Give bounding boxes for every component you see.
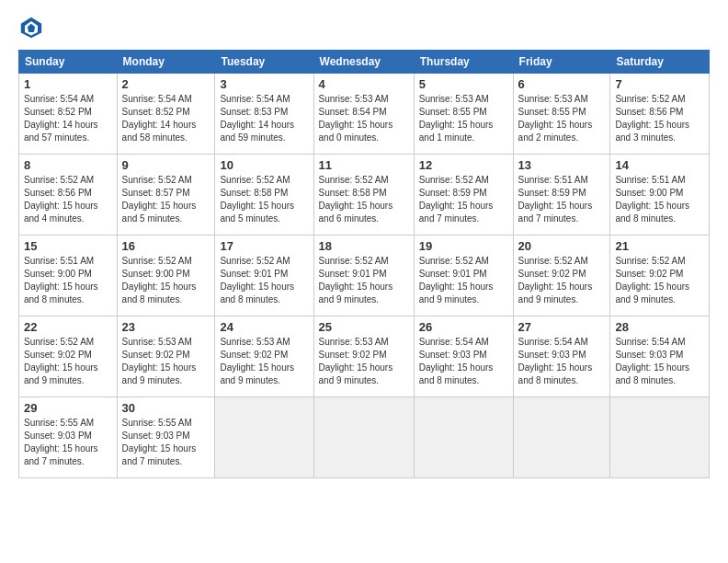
calendar-week-5: 29Sunrise: 5:55 AMSunset: 9:03 PMDayligh… — [19, 397, 710, 478]
day-info: Sunrise: 5:52 AMSunset: 8:56 PMDaylight:… — [615, 94, 689, 143]
day-info: Sunrise: 5:53 AMSunset: 8:54 PMDaylight:… — [319, 94, 393, 143]
calendar-cell: 8Sunrise: 5:52 AMSunset: 8:56 PMDaylight… — [19, 155, 118, 236]
day-info: Sunrise: 5:52 AMSunset: 9:02 PMDaylight:… — [24, 337, 98, 385]
calendar-week-4: 22Sunrise: 5:52 AMSunset: 9:02 PMDayligh… — [19, 316, 710, 397]
day-info: Sunrise: 5:52 AMSunset: 9:01 PMDaylight:… — [319, 256, 393, 304]
day-number: 18 — [319, 239, 409, 253]
calendar-week-2: 8Sunrise: 5:52 AMSunset: 8:56 PMDaylight… — [19, 155, 710, 236]
calendar-cell: 3Sunrise: 5:54 AMSunset: 8:53 PMDaylight… — [215, 74, 313, 155]
calendar-cell: 6Sunrise: 5:53 AMSunset: 8:55 PMDaylight… — [513, 74, 610, 155]
calendar-cell: 24Sunrise: 5:53 AMSunset: 9:02 PMDayligh… — [215, 316, 313, 397]
day-number: 29 — [24, 401, 112, 415]
col-header-monday: Monday — [117, 51, 215, 74]
day-info: Sunrise: 5:55 AMSunset: 9:03 PMDaylight:… — [122, 418, 197, 466]
day-number: 6 — [518, 77, 606, 91]
calendar-cell: 30Sunrise: 5:55 AMSunset: 9:03 PMDayligh… — [117, 397, 215, 478]
day-number: 2 — [122, 77, 210, 91]
day-info: Sunrise: 5:53 AMSunset: 9:02 PMDaylight:… — [319, 337, 393, 385]
calendar-header-row: SundayMondayTuesdayWednesdayThursdayFrid… — [19, 51, 710, 74]
day-number: 30 — [122, 401, 210, 415]
calendar-cell: 16Sunrise: 5:52 AMSunset: 9:00 PMDayligh… — [117, 236, 215, 316]
day-info: Sunrise: 5:52 AMSunset: 8:58 PMDaylight:… — [220, 175, 294, 224]
calendar-cell: 15Sunrise: 5:51 AMSunset: 9:00 PMDayligh… — [19, 236, 118, 316]
day-info: Sunrise: 5:51 AMSunset: 9:00 PMDaylight:… — [615, 175, 689, 224]
day-number: 22 — [24, 320, 112, 334]
day-number: 3 — [220, 77, 308, 91]
col-header-friday: Friday — [513, 51, 610, 74]
day-number: 12 — [419, 158, 508, 172]
calendar-cell — [313, 397, 414, 478]
day-number: 14 — [615, 158, 704, 172]
header — [18, 15, 710, 40]
day-info: Sunrise: 5:54 AMSunset: 8:52 PMDaylight:… — [122, 94, 197, 143]
calendar-week-3: 15Sunrise: 5:51 AMSunset: 9:00 PMDayligh… — [19, 236, 710, 316]
day-info: Sunrise: 5:51 AMSunset: 9:00 PMDaylight:… — [24, 256, 98, 304]
day-number: 23 — [122, 320, 210, 334]
day-number: 16 — [122, 239, 210, 253]
day-info: Sunrise: 5:52 AMSunset: 8:58 PMDaylight:… — [319, 175, 393, 224]
day-info: Sunrise: 5:54 AMSunset: 8:52 PMDaylight:… — [24, 94, 98, 143]
day-number: 25 — [319, 320, 409, 334]
day-number: 17 — [220, 239, 308, 253]
calendar-cell: 7Sunrise: 5:52 AMSunset: 8:56 PMDaylight… — [610, 74, 710, 155]
day-info: Sunrise: 5:53 AMSunset: 9:02 PMDaylight:… — [122, 337, 197, 385]
day-info: Sunrise: 5:52 AMSunset: 8:57 PMDaylight:… — [122, 175, 197, 224]
calendar-cell: 2Sunrise: 5:54 AMSunset: 8:52 PMDaylight… — [117, 74, 215, 155]
day-number: 8 — [24, 158, 112, 172]
col-header-wednesday: Wednesday — [313, 51, 414, 74]
day-info: Sunrise: 5:54 AMSunset: 9:03 PMDaylight:… — [615, 337, 689, 385]
day-info: Sunrise: 5:51 AMSunset: 8:59 PMDaylight:… — [518, 175, 593, 224]
calendar-cell: 22Sunrise: 5:52 AMSunset: 9:02 PMDayligh… — [19, 316, 118, 397]
day-info: Sunrise: 5:54 AMSunset: 9:03 PMDaylight:… — [419, 337, 494, 385]
day-number: 10 — [220, 158, 308, 172]
calendar-cell: 29Sunrise: 5:55 AMSunset: 9:03 PMDayligh… — [19, 397, 118, 478]
day-number: 27 — [518, 320, 606, 334]
calendar-cell: 1Sunrise: 5:54 AMSunset: 8:52 PMDaylight… — [19, 74, 118, 155]
day-info: Sunrise: 5:52 AMSunset: 8:59 PMDaylight:… — [419, 175, 494, 224]
day-info: Sunrise: 5:53 AMSunset: 9:02 PMDaylight:… — [220, 337, 294, 385]
calendar-cell: 23Sunrise: 5:53 AMSunset: 9:02 PMDayligh… — [117, 316, 215, 397]
day-number: 19 — [419, 239, 508, 253]
day-number: 26 — [419, 320, 508, 334]
logo — [18, 15, 46, 40]
calendar-cell: 18Sunrise: 5:52 AMSunset: 9:01 PMDayligh… — [313, 236, 414, 316]
calendar-cell: 14Sunrise: 5:51 AMSunset: 9:00 PMDayligh… — [610, 155, 710, 236]
day-number: 13 — [518, 158, 606, 172]
day-number: 21 — [615, 239, 704, 253]
calendar-cell: 13Sunrise: 5:51 AMSunset: 8:59 PMDayligh… — [513, 155, 610, 236]
day-number: 9 — [122, 158, 210, 172]
calendar-cell: 10Sunrise: 5:52 AMSunset: 8:58 PMDayligh… — [215, 155, 313, 236]
logo-icon — [18, 15, 44, 40]
day-number: 15 — [24, 239, 112, 253]
calendar-week-1: 1Sunrise: 5:54 AMSunset: 8:52 PMDaylight… — [19, 74, 710, 155]
day-number: 20 — [518, 239, 606, 253]
calendar-cell — [610, 397, 710, 478]
day-info: Sunrise: 5:52 AMSunset: 9:01 PMDaylight:… — [220, 256, 294, 304]
calendar-cell: 26Sunrise: 5:54 AMSunset: 9:03 PMDayligh… — [414, 316, 513, 397]
col-header-tuesday: Tuesday — [215, 51, 313, 74]
calendar-cell: 19Sunrise: 5:52 AMSunset: 9:01 PMDayligh… — [414, 236, 513, 316]
day-info: Sunrise: 5:54 AMSunset: 9:03 PMDaylight:… — [518, 337, 593, 385]
calendar-cell: 27Sunrise: 5:54 AMSunset: 9:03 PMDayligh… — [513, 316, 610, 397]
calendar-cell: 12Sunrise: 5:52 AMSunset: 8:59 PMDayligh… — [414, 155, 513, 236]
day-number: 1 — [24, 77, 112, 91]
day-info: Sunrise: 5:54 AMSunset: 8:53 PMDaylight:… — [220, 94, 294, 143]
col-header-sunday: Sunday — [19, 51, 118, 74]
calendar-cell — [513, 397, 610, 478]
col-header-thursday: Thursday — [414, 51, 513, 74]
calendar-cell: 25Sunrise: 5:53 AMSunset: 9:02 PMDayligh… — [313, 316, 414, 397]
day-number: 28 — [615, 320, 704, 334]
day-info: Sunrise: 5:52 AMSunset: 8:56 PMDaylight:… — [24, 175, 98, 224]
calendar-cell — [414, 397, 513, 478]
calendar-cell: 17Sunrise: 5:52 AMSunset: 9:01 PMDayligh… — [215, 236, 313, 316]
col-header-saturday: Saturday — [610, 51, 710, 74]
calendar-cell: 9Sunrise: 5:52 AMSunset: 8:57 PMDaylight… — [117, 155, 215, 236]
day-info: Sunrise: 5:52 AMSunset: 9:02 PMDaylight:… — [615, 256, 689, 304]
calendar-cell: 5Sunrise: 5:53 AMSunset: 8:55 PMDaylight… — [414, 74, 513, 155]
day-info: Sunrise: 5:52 AMSunset: 9:00 PMDaylight:… — [122, 256, 197, 304]
calendar-cell: 4Sunrise: 5:53 AMSunset: 8:54 PMDaylight… — [313, 74, 414, 155]
day-info: Sunrise: 5:55 AMSunset: 9:03 PMDaylight:… — [24, 418, 98, 466]
page: SundayMondayTuesdayWednesdayThursdayFrid… — [0, 0, 728, 563]
calendar-cell: 21Sunrise: 5:52 AMSunset: 9:02 PMDayligh… — [610, 236, 710, 316]
day-number: 4 — [319, 77, 409, 91]
